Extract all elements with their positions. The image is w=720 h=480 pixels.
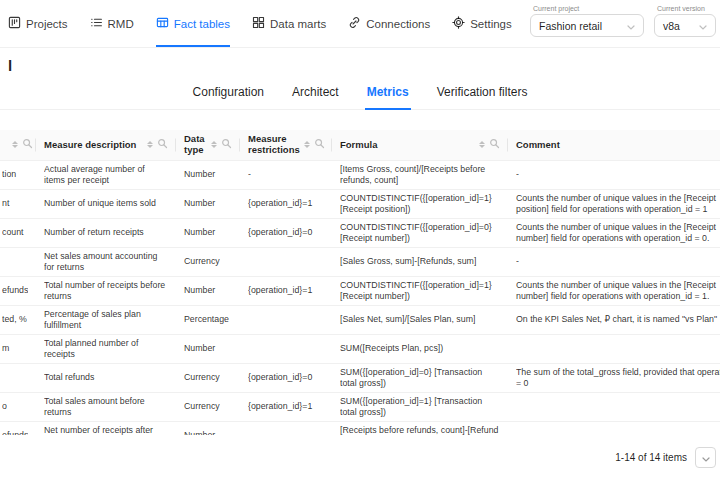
measure-name-cell: ted, % bbox=[0, 305, 36, 334]
comment-cell: The sum of the total_gross field, provid… bbox=[508, 363, 720, 392]
nav-item-rmd[interactable]: RMD bbox=[90, 0, 134, 47]
measure-description-cell: Total sales amount before returns bbox=[36, 392, 176, 421]
table-row: Net sales amount accounting for returns … bbox=[0, 247, 720, 276]
column-header-comment[interactable]: Comment bbox=[508, 130, 720, 160]
tab-verification-filters[interactable]: Verification filters bbox=[435, 77, 530, 109]
table-icon bbox=[156, 16, 169, 31]
sort-icon[interactable] bbox=[479, 141, 485, 148]
nav-item-fact-tables[interactable]: Fact tables bbox=[156, 0, 230, 47]
tab-architect[interactable]: Architect bbox=[290, 77, 341, 109]
measures-table-container: Measure description Data type Measure re… bbox=[0, 130, 720, 435]
current-version-select[interactable]: v8a bbox=[654, 14, 716, 37]
column-header-formula[interactable]: Formula bbox=[332, 130, 508, 160]
nav-item-data-marts[interactable]: Data marts bbox=[252, 0, 326, 47]
sort-icon[interactable] bbox=[304, 141, 310, 148]
current-project-select[interactable]: Fashion retail bbox=[530, 14, 644, 37]
measure-name-cell: m bbox=[0, 334, 36, 363]
data-type-cell: Number bbox=[176, 189, 240, 218]
table-row: o Total sales amount before returns Curr… bbox=[0, 392, 720, 421]
search-icon[interactable] bbox=[489, 138, 500, 151]
column-header-measure-description[interactable]: Measure description bbox=[36, 130, 176, 160]
chevron-down-icon bbox=[699, 20, 707, 32]
comment-cell: On the KPI Sales Net, ₽ chart, it is nam… bbox=[508, 305, 720, 334]
table-row: count Number of return receipts Number {… bbox=[0, 218, 720, 247]
nav-item-connections[interactable]: Connections bbox=[348, 0, 430, 47]
current-project-group: Current project Fashion retail bbox=[530, 5, 644, 37]
comment-cell: - bbox=[508, 421, 720, 435]
sort-icon[interactable] bbox=[211, 141, 217, 148]
tab-configuration[interactable]: Configuration bbox=[191, 77, 266, 109]
nav-item-label: Projects bbox=[26, 18, 68, 30]
measure-name-cell bbox=[0, 247, 36, 276]
search-icon[interactable] bbox=[157, 138, 168, 151]
pagination-total-text: 1-14 of 14 items bbox=[615, 452, 687, 463]
measure-name-cell: count bbox=[0, 218, 36, 247]
measures-table: Measure description Data type Measure re… bbox=[0, 130, 720, 435]
current-project-caption: Current project bbox=[530, 5, 644, 12]
data-type-cell: Number bbox=[176, 334, 240, 363]
measure-description-cell: Net sales amount accounting for returns bbox=[36, 247, 176, 276]
page-size-selector[interactable] bbox=[695, 447, 716, 468]
nav-item-label: Fact tables bbox=[174, 18, 230, 30]
current-version-group: Current version v8a bbox=[654, 5, 716, 37]
nav-item-label: Data marts bbox=[270, 18, 326, 30]
table-row: m Total planned number of receipts Numbe… bbox=[0, 334, 720, 363]
comment-cell: - bbox=[508, 160, 720, 189]
measure-restrictions-cell: {operation_id}=1 bbox=[240, 276, 332, 305]
top-nav-bar: Projects RMD Fact tables Data marts Conn… bbox=[0, 0, 720, 48]
measure-restrictions-cell: {operation_id}=1 bbox=[240, 392, 332, 421]
page-title: l bbox=[8, 57, 12, 74]
table-row: ted, % Percentage of sales plan fulfillm… bbox=[0, 305, 720, 334]
formula-cell: SUM({[operation_id]=0} [Transaction tota… bbox=[332, 363, 508, 392]
data-type-cell: Currency bbox=[176, 392, 240, 421]
measure-name-cell: tion bbox=[0, 160, 36, 189]
nav-item-label: Settings bbox=[470, 18, 512, 30]
table-row: Total refunds Currency {operation_id}=0 … bbox=[0, 363, 720, 392]
search-icon[interactable] bbox=[22, 138, 33, 151]
measure-description-cell: Percentage of sales plan fulfillment bbox=[36, 305, 176, 334]
page-header: l bbox=[0, 48, 720, 76]
formula-cell: [Items Gross, count]/[Receipts before re… bbox=[332, 160, 508, 189]
formula-cell: COUNTDISTINCTIF({[operation_id]=1} [Rece… bbox=[332, 276, 508, 305]
column-header-data-type[interactable]: Data type bbox=[176, 130, 240, 160]
pagination-bar: 1-14 of 14 items bbox=[615, 442, 716, 480]
table-row: efunds, Total number of receipts before … bbox=[0, 276, 720, 305]
nav-item-projects[interactable]: Projects bbox=[8, 0, 68, 47]
search-icon[interactable] bbox=[221, 138, 232, 151]
table-header: Measure description Data type Measure re… bbox=[0, 130, 720, 160]
column-header-measure-name[interactable] bbox=[0, 130, 36, 160]
data-type-cell: Currency bbox=[176, 363, 240, 392]
projects-icon bbox=[8, 16, 21, 31]
measure-description-cell: Actual average number of items per recei… bbox=[36, 160, 176, 189]
chevron-down-icon bbox=[702, 448, 710, 466]
sort-icon[interactable] bbox=[147, 141, 153, 148]
formula-cell: [Sales Net, sum]/[Sales Plan, sum] bbox=[332, 305, 508, 334]
nav-item-settings[interactable]: Settings bbox=[452, 0, 512, 47]
sort-icon[interactable] bbox=[12, 141, 18, 148]
column-header-measure-restrictions[interactable]: Measure restrictions bbox=[240, 130, 332, 160]
grid-icon bbox=[252, 16, 265, 31]
tab-metrics[interactable]: Metrics bbox=[365, 77, 411, 109]
comment-cell: Counts the number of unique values in th… bbox=[508, 218, 720, 247]
data-type-cell: Percentage bbox=[176, 305, 240, 334]
comment-cell bbox=[508, 334, 720, 363]
measure-name-cell: nt bbox=[0, 189, 36, 218]
measure-description-cell: Number of return receipts bbox=[36, 218, 176, 247]
measure-restrictions-cell bbox=[240, 334, 332, 363]
main-menu: Projects RMD Fact tables Data marts Conn… bbox=[8, 0, 512, 47]
gear-icon bbox=[452, 16, 465, 31]
comment-cell bbox=[508, 392, 720, 421]
tab-bar: Configuration Architect Metrics Verifica… bbox=[0, 76, 720, 110]
measure-name-cell: o bbox=[0, 392, 36, 421]
measure-description-cell: Net number of receipts after accounting … bbox=[36, 421, 176, 435]
comment-cell: Counts the number of unique values in th… bbox=[508, 276, 720, 305]
comment-cell: Counts the number of unique values in th… bbox=[508, 189, 720, 218]
data-type-cell: Number bbox=[176, 421, 240, 435]
formula-cell: SUM([Receipts Plan, pcs]) bbox=[332, 334, 508, 363]
data-type-cell: Currency bbox=[176, 247, 240, 276]
measure-restrictions-cell bbox=[240, 247, 332, 276]
chevron-down-icon bbox=[627, 20, 635, 32]
comment-cell: - bbox=[508, 247, 720, 276]
measure-description-cell: Number of unique items sold bbox=[36, 189, 176, 218]
search-icon[interactable] bbox=[314, 138, 325, 151]
